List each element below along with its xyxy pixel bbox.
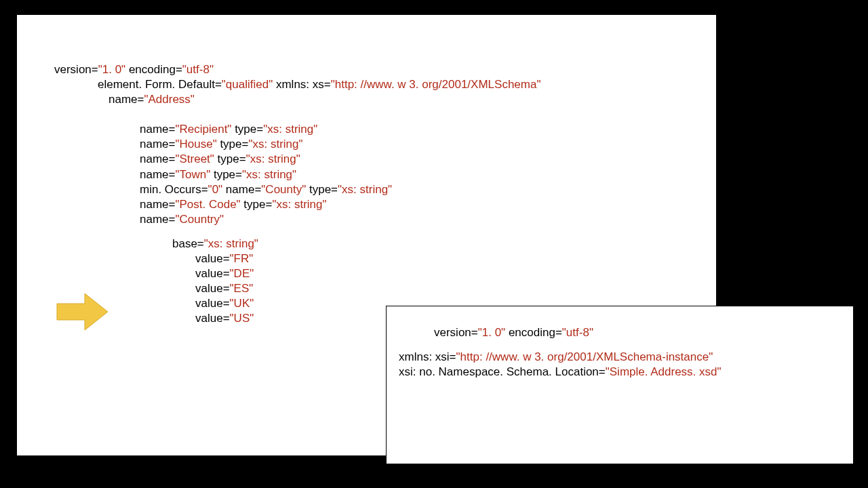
element-line: name="Recipient" type="xs: string" xyxy=(140,122,682,137)
attr-name: xsi: no. Namespace. Schema. Location= xyxy=(399,365,606,378)
schema-line: element. Form. Default="qualified" xmlns… xyxy=(98,77,682,92)
attr-value: "FR" xyxy=(230,252,254,265)
attr-value: "ES" xyxy=(230,282,254,295)
attr-name: element. Form. Default= xyxy=(98,78,222,91)
attr-name: value= xyxy=(195,312,230,325)
attr-value: "xs: string" xyxy=(338,183,392,196)
attr-value: "xs: string" xyxy=(248,138,302,150)
attr-name: type= xyxy=(217,138,249,150)
attr-value: "qualified" xyxy=(222,78,273,91)
attr-name: name= xyxy=(108,93,144,106)
element-line: name="Country" xyxy=(140,212,682,227)
attr-name: type= xyxy=(210,168,242,181)
attr-value: "Simple. Address. xsd" xyxy=(606,365,722,378)
attr-value: "1. 0" xyxy=(478,326,505,339)
attr-value: "Street" xyxy=(175,152,214,165)
attr-value: "US" xyxy=(230,312,254,325)
attr-name: encoding= xyxy=(125,63,182,76)
element-line: name="Street" type="xs: string" xyxy=(140,152,682,167)
attr-value: "xs: string" xyxy=(242,168,296,181)
attr-name: min. Occurs= xyxy=(140,183,208,196)
decl-line: version="1. 0" encoding="utf-8" xyxy=(54,62,682,77)
attr-name: type= xyxy=(214,152,246,165)
attr-name: xmlns: xs= xyxy=(273,78,331,91)
attr-value: "Town" xyxy=(175,168,210,181)
attr-value: "http: //www. w 3. org/2001/XMLSchema-in… xyxy=(456,350,713,363)
attr-value: "1. 0" xyxy=(98,63,125,76)
enum-line: value="ES" xyxy=(195,281,682,296)
attr-name: name= xyxy=(140,138,175,150)
attr-name: type= xyxy=(241,198,273,211)
attr-value: "DE" xyxy=(230,267,254,280)
schema-loc-line: xsi: no. Namespace. Schema. Location="Si… xyxy=(399,365,841,380)
attr-name: value= xyxy=(195,297,230,310)
element-line: min. Occurs="0" name="County" type="xs: … xyxy=(140,182,682,197)
attr-value: "xs: string" xyxy=(272,198,326,211)
attr-value: "County" xyxy=(261,183,306,196)
attr-value: "http: //www. w 3. org/2001/XMLSchema" xyxy=(331,78,541,91)
element-line: name="Town" type="xs: string" xyxy=(140,167,682,182)
attr-value: "xs: string" xyxy=(246,152,300,165)
attr-name: value= xyxy=(195,252,230,265)
element-line: name="House" type="xs: string" xyxy=(140,137,682,152)
attr-name: name= xyxy=(140,123,175,136)
enum-line: value="DE" xyxy=(195,266,682,281)
attr-name: name= xyxy=(140,213,175,226)
attr-name: value= xyxy=(195,282,230,295)
attr-name: value= xyxy=(195,267,230,280)
attr-name: name= xyxy=(140,152,175,165)
attr-name: version= xyxy=(54,63,98,76)
attr-name: name= xyxy=(222,183,261,196)
attr-value: "utf-8" xyxy=(182,63,214,76)
attr-value: "xs: string" xyxy=(204,237,258,250)
attr-value: "Country" xyxy=(175,213,224,226)
attr-value: "xs: string" xyxy=(263,123,317,136)
attr-value: "utf-8" xyxy=(562,326,593,339)
attr-name: name= xyxy=(140,198,175,211)
attr-name: encoding= xyxy=(505,326,562,339)
ns-line: xmlns: xsi="http: //www. w 3. org/2001/X… xyxy=(399,350,841,365)
attr-value: "0" xyxy=(208,183,223,196)
attr-name: xmlns: xsi= xyxy=(399,350,456,363)
attr-name: name= xyxy=(140,168,175,181)
instance-panel: version="1. 0" encoding="utf-8" xmlns: x… xyxy=(386,306,854,464)
restriction-line: base="xs: string" xyxy=(172,237,682,251)
attr-value: "Address" xyxy=(144,93,194,106)
arrow-right-icon xyxy=(55,291,109,332)
attr-name: type= xyxy=(231,123,263,136)
attr-name: base= xyxy=(172,237,204,250)
attr-value: "Recipient" xyxy=(175,123,231,136)
attr-name: version= xyxy=(434,326,478,339)
attr-value: "House" xyxy=(175,138,216,150)
element-line: name="Post. Code" type="xs: string" xyxy=(140,197,682,212)
attr-value: "Post. Code" xyxy=(175,198,240,211)
attr-value: "UK" xyxy=(230,297,254,310)
element-line: name="Address" xyxy=(108,92,682,107)
enum-line: value="FR" xyxy=(195,251,682,266)
decl-line: version="1. 0" encoding="utf-8" xyxy=(434,325,841,340)
attr-name: type= xyxy=(306,183,338,196)
